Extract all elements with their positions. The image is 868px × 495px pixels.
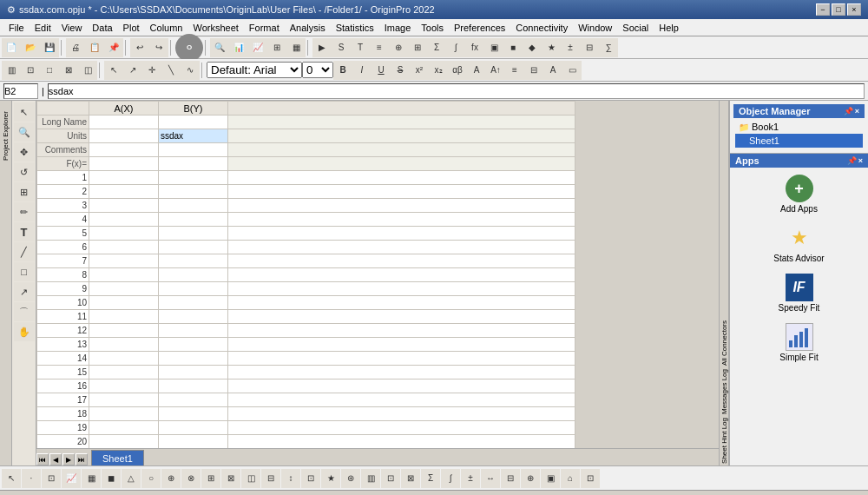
tool8[interactable]: ▣ <box>484 38 503 57</box>
table-btn[interactable]: ⊞ <box>267 38 286 57</box>
lt-text[interactable]: T <box>14 222 35 241</box>
lt-polyline[interactable]: ⌒ <box>14 302 35 321</box>
open-btn[interactable]: 📂 <box>21 38 40 57</box>
add-apps-item[interactable]: + Add Apps <box>733 171 865 217</box>
restore-button[interactable]: □ <box>832 3 845 16</box>
cell-b15[interactable] <box>159 366 228 380</box>
lt-pointer[interactable]: ↖ <box>14 102 35 122</box>
tab-prev-btn[interactable]: ◀ <box>49 453 62 465</box>
cell-b19[interactable] <box>159 421 228 435</box>
tool6[interactable]: ∫ <box>446 38 465 57</box>
cell-a13[interactable] <box>89 338 159 352</box>
all-connectors-label[interactable]: All Connectors <box>719 319 730 367</box>
comments-b[interactable] <box>159 143 228 157</box>
cell-b18[interactable] <box>159 407 228 421</box>
tab-next-btn[interactable]: ▶ <box>62 453 75 465</box>
bt-10[interactable]: ⊗ <box>181 469 201 488</box>
cell-a15[interactable] <box>89 366 159 380</box>
tool1[interactable]: T <box>351 38 370 57</box>
cell-b17[interactable] <box>159 393 228 407</box>
sheet-tab-sheet1[interactable]: Sheet1 <box>91 450 144 465</box>
italic-btn[interactable]: I <box>352 61 372 80</box>
col-btn[interactable]: ▦ <box>286 38 306 57</box>
bt-5[interactable]: ▦ <box>82 469 101 488</box>
bt-16[interactable]: ⊡ <box>301 469 320 488</box>
lt-arrow[interactable]: ↗ <box>14 282 35 301</box>
tb2-line[interactable]: ╲ <box>161 61 181 80</box>
cell-a11[interactable] <box>89 310 159 324</box>
tb2-arrow[interactable]: ↗ <box>123 61 142 80</box>
menu-tools[interactable]: Tools <box>416 21 449 35</box>
speedy-fit-item[interactable]: IF Speedy Fit <box>733 270 865 316</box>
tool12[interactable]: ± <box>561 38 580 57</box>
menu-analysis[interactable]: Analysis <box>285 21 331 35</box>
cell-b10[interactable] <box>159 296 228 310</box>
bt-21[interactable]: ⊠ <box>401 469 420 488</box>
bt-12[interactable]: ⊠ <box>221 469 240 488</box>
tb2-cross[interactable]: ✛ <box>142 61 161 80</box>
tool4[interactable]: ⊞ <box>408 38 427 57</box>
bt-9[interactable]: ⊕ <box>161 469 181 488</box>
cell-a17[interactable] <box>89 393 159 407</box>
formula-a[interactable] <box>89 157 159 171</box>
bt-25[interactable]: ↔ <box>481 469 500 488</box>
minimize-button[interactable]: − <box>816 3 830 16</box>
tool7[interactable]: fx <box>465 38 484 57</box>
bt-24[interactable]: ± <box>461 469 480 488</box>
close-button[interactable]: × <box>847 3 861 16</box>
menu-help[interactable]: Help <box>654 21 684 35</box>
tb2-4[interactable]: ⊠ <box>59 61 78 80</box>
bt-17[interactable]: ★ <box>321 469 340 488</box>
align-btn[interactable]: ≡ <box>505 61 524 80</box>
bt-1[interactable]: ↖ <box>2 469 21 488</box>
fontA-btn[interactable]: A <box>467 61 486 80</box>
stats-advisor-item[interactable]: ★ Stats Advisor <box>733 221 865 267</box>
col-header-b[interactable]: B(Y) <box>159 102 228 116</box>
bt-4[interactable]: 📈 <box>62 469 81 488</box>
bt-14[interactable]: ⊟ <box>261 469 280 488</box>
tb2-curve[interactable]: ∿ <box>181 61 200 80</box>
menu-format[interactable]: Format <box>244 21 285 35</box>
bt-11[interactable]: ⊞ <box>201 469 220 488</box>
tool2[interactable]: ≡ <box>370 38 389 57</box>
bt-18[interactable]: ⊛ <box>341 469 360 488</box>
cell-a10[interactable] <box>89 296 159 310</box>
cell-b12[interactable] <box>159 324 228 338</box>
menu-plot[interactable]: Plot <box>118 21 145 35</box>
bt-2[interactable]: · <box>22 469 41 488</box>
cell-b5[interactable] <box>159 227 228 241</box>
redo-btn[interactable]: ↪ <box>149 38 168 57</box>
tool5[interactable]: Σ <box>427 38 446 57</box>
cell-reference-input[interactable] <box>3 83 38 99</box>
cell-b8[interactable] <box>159 268 228 282</box>
cell-b4[interactable] <box>159 213 228 227</box>
cell-b6[interactable] <box>159 241 228 254</box>
font-size-select[interactable]: 0 <box>302 62 333 78</box>
tool11[interactable]: ★ <box>542 38 561 57</box>
cell-a9[interactable] <box>89 282 159 296</box>
tree-book1[interactable]: 📁 Book1 <box>735 120 863 134</box>
tb2-pointer[interactable]: ↖ <box>104 61 123 80</box>
copy-btn[interactable]: 📋 <box>85 38 104 57</box>
lt-move[interactable]: ✥ <box>14 142 35 162</box>
subscript-btn[interactable]: x₂ <box>429 61 448 80</box>
cell-a5[interactable] <box>89 227 159 241</box>
bt-30[interactable]: ⊡ <box>581 469 600 488</box>
menu-connectivity[interactable]: Connectivity <box>510 21 573 35</box>
new-btn[interactable]: 📄 <box>2 38 21 57</box>
messages-log-label[interactable]: Messages Log <box>719 367 730 416</box>
formula-b[interactable] <box>159 157 228 171</box>
project-explorer-label[interactable]: Project Explorer <box>0 109 11 162</box>
alpha-btn[interactable]: αβ <box>448 61 467 80</box>
cell-b1[interactable] <box>159 171 228 185</box>
print-btn[interactable]: 🖨 <box>66 38 85 57</box>
bt-15[interactable]: ↕ <box>281 469 300 488</box>
tab-last-btn[interactable]: ⏭ <box>76 453 88 465</box>
tool3[interactable]: ⊕ <box>389 38 408 57</box>
cell-b2[interactable] <box>159 185 228 199</box>
simple-fit-item[interactable]: Simple Fit <box>733 320 865 366</box>
bgcol-btn[interactable]: ▭ <box>562 61 582 80</box>
menu-file[interactable]: File <box>3 21 30 35</box>
font-select[interactable]: Default: Arial <box>207 62 302 78</box>
bt-6[interactable]: ◼ <box>102 469 121 488</box>
